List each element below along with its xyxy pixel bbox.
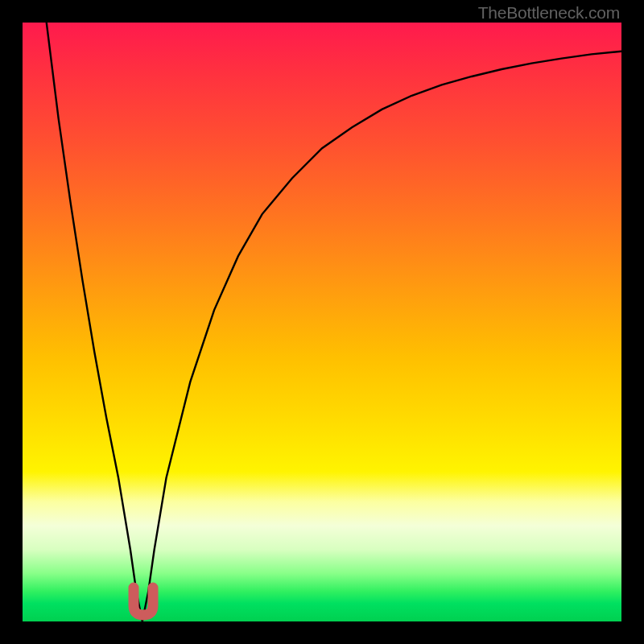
watermark-text: TheBottleneck.com [478,3,620,23]
bottleneck-curve [47,23,621,621]
optimum-marker [134,588,153,615]
plot-area [23,23,621,621]
curve-layer [23,23,621,621]
chart-container: TheBottleneck.com [0,0,644,644]
